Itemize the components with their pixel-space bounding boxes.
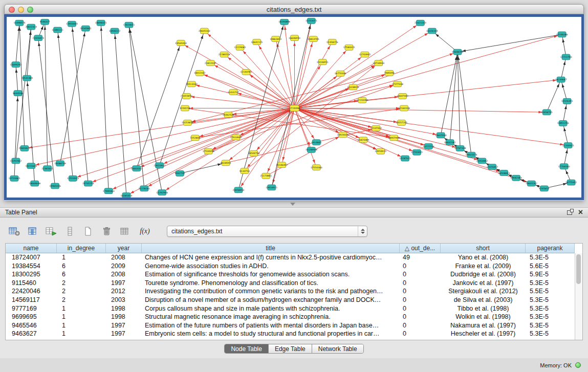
zoom-window-button[interactable] [27, 7, 33, 13]
graph-node[interactable]: 15292946 [156, 190, 168, 195]
graph-node[interactable]: 9245653 [539, 186, 549, 191]
graph-node[interactable]: 12741815 [411, 149, 423, 155]
table-row[interactable]: 911546021997Tourette syndrome. Phenomeno… [6, 279, 575, 288]
tab-network-table[interactable]: Network Table [312, 344, 363, 353]
table-selector[interactable]: citations_edges.txt [167, 226, 367, 237]
scrollbar-thumb[interactable] [576, 254, 581, 284]
graph-hub-node[interactable]: 1724096 [290, 105, 300, 112]
close-panel-button[interactable]: × [578, 209, 583, 216]
graph-node[interactable]: 20603302 [130, 166, 142, 171]
graph-node[interactable]: 19416921 [266, 185, 277, 190]
graph-node[interactable]: 18012032 [194, 70, 206, 76]
graph-node[interactable]: 15958745 [541, 110, 553, 115]
graph-node[interactable]: 17706540 [558, 164, 570, 169]
graph-node[interactable]: 21812037 [205, 60, 216, 66]
graph-node[interactable]: 15950004 [66, 21, 78, 27]
graph-node[interactable]: 7252845 [190, 135, 200, 141]
graph-node[interactable]: 9546327 [40, 19, 50, 25]
graph-node[interactable]: 18605262 [526, 181, 537, 186]
graph-node[interactable]: 17577018 [391, 81, 403, 87]
graph-node[interactable]: 16508833 [498, 170, 510, 176]
graph-node[interactable]: 20453842 [476, 158, 488, 164]
table-row[interactable]: 977716911998Corpus callosum shape and si… [6, 304, 575, 313]
graph-node[interactable]: 19832182 [444, 140, 456, 145]
graph-node[interactable]: 19942083 [510, 175, 522, 181]
graph-node[interactable]: 15146457 [276, 162, 288, 168]
graph-node[interactable]: 15287021 [399, 156, 411, 161]
graph-node[interactable]: 9634508 [13, 91, 23, 96]
column-header-out_degree[interactable]: △ out_de... [400, 244, 441, 253]
graph-node[interactable]: 16646950 [289, 35, 300, 41]
tab-node-table[interactable]: Node Table [225, 344, 269, 353]
graph-node[interactable]: 17999363 [103, 188, 115, 194]
delete-button[interactable] [99, 225, 114, 238]
graph-node[interactable]: 17470457 [486, 164, 498, 170]
table-row[interactable]: 946362711997Embryonic stem cells: a mode… [6, 330, 575, 338]
graph-node[interactable]: 10557205 [396, 120, 407, 126]
network-canvas[interactable]: 1724096180120322181203722280518122290651… [7, 17, 581, 198]
column-header-in_degree[interactable]: in_degree [57, 244, 106, 253]
graph-node[interactable]: 9462735 [175, 171, 185, 177]
graph-node[interactable]: 19915574 [466, 152, 477, 158]
graph-node[interactable]: 15358276 [326, 39, 338, 45]
graph-node[interactable]: 17583315 [343, 45, 355, 50]
graph-node[interactable]: 10398574 [14, 20, 26, 26]
graph-node[interactable]: 9133753 [239, 168, 250, 174]
graph-node[interactable]: 20603625 [18, 146, 30, 151]
minimize-window-button[interactable] [18, 7, 24, 13]
create-column-button[interactable] [44, 225, 58, 238]
graph-node[interactable]: 11431747 [228, 90, 239, 95]
graph-node[interactable]: 18544750 [248, 150, 259, 156]
window-titlebar[interactable]: citations_edges.txt [4, 4, 584, 14]
graph-node[interactable]: 12229065 [234, 45, 246, 50]
graph-node[interactable]: 16585453 [121, 193, 133, 198]
graph-node[interactable]: 18698321 [95, 20, 107, 26]
graph-node[interactable]: 14526391 [561, 98, 573, 104]
graph-node[interactable]: 7485093 [384, 70, 395, 76]
panel-splitter[interactable] [0, 201, 588, 207]
graph-node[interactable]: 12610651 [123, 22, 135, 28]
graph-node[interactable]: 19813705 [308, 36, 319, 42]
table-row[interactable]: 1456911722003Disruption of a novel membe… [6, 296, 575, 304]
graph-node[interactable]: 11381111 [52, 27, 63, 33]
graph-node[interactable]: 19221603 [25, 163, 37, 169]
graph-node[interactable]: 24058450 [233, 187, 245, 193]
graph-node[interactable]: 20605163 [199, 28, 210, 34]
graph-node[interactable]: 10253878 [182, 120, 193, 126]
table-row[interactable]: 946554611997Estimation of the future num… [6, 321, 575, 330]
graph-node[interactable]: 18239647 [555, 77, 567, 82]
graph-node[interactable]: 18669648 [29, 181, 40, 186]
graph-node[interactable]: 10954915 [375, 148, 386, 154]
graph-node[interactable]: 14607094 [435, 133, 447, 138]
graph-node[interactable]: 24165841 [80, 26, 92, 31]
graph-node[interactable]: 15699292 [10, 62, 22, 68]
function-builder-button[interactable]: f(x) [136, 225, 154, 238]
graph-node[interactable]: 23020937 [154, 163, 165, 168]
graph-node[interactable]: 12116183 [357, 97, 368, 103]
graph-node[interactable]: 12160108 [398, 105, 410, 111]
new-table-button[interactable] [81, 225, 95, 238]
graph-node[interactable]: 12140781 [241, 69, 252, 75]
graph-node[interactable]: 19565404 [175, 40, 187, 46]
graph-node[interactable]: 15825089 [358, 137, 369, 143]
column-header-year[interactable]: year [106, 244, 142, 253]
graph-node[interactable]: 24362528 [223, 112, 234, 118]
graph-node[interactable]: 21173861 [260, 173, 272, 179]
graph-node[interactable]: 21228181 [138, 186, 150, 191]
graph-node[interactable]: 12721790 [560, 54, 572, 60]
graph-node[interactable]: 9244258 [180, 105, 190, 111]
graph-node[interactable]: 16326104 [426, 28, 438, 34]
graph-node[interactable]: 11028916 [347, 84, 359, 90]
table-row[interactable]: 1830029562008Estimation of significance … [6, 270, 575, 279]
graph-node[interactable]: 10924016 [337, 132, 349, 138]
tab-edge-table[interactable]: Edge Table [269, 344, 312, 353]
float-panel-button[interactable] [567, 210, 572, 215]
table-row[interactable]: 969969511998Structural magnetic resonanc… [6, 313, 575, 321]
table-row[interactable]: 2242004622012Investigating the contribut… [6, 287, 575, 296]
graph-node[interactable]: 20513334 [186, 81, 198, 87]
graph-node[interactable]: 22365631 [41, 166, 53, 171]
column-header-pagerank[interactable]: pagerank [526, 244, 575, 253]
graph-node[interactable]: 1914845 [311, 140, 321, 145]
table-mode-button[interactable] [7, 225, 21, 238]
graph-node[interactable]: 21621143 [415, 20, 426, 26]
